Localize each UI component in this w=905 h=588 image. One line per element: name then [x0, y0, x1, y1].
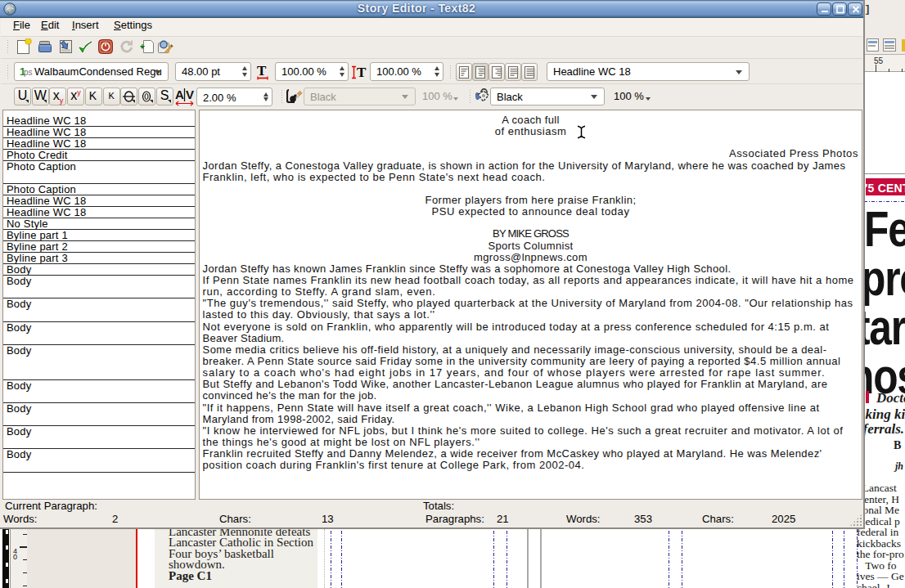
svg-text:T: T [357, 65, 367, 80]
svg-text:V: V [186, 88, 194, 101]
svg-text:T: T [257, 63, 267, 79]
svg-text:A: A [175, 88, 184, 101]
